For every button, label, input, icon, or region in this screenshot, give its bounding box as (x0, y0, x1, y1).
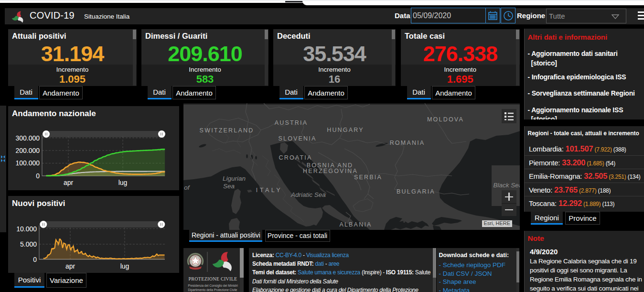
svg-text:of: of (184, 184, 190, 191)
svg-text:0: 0 (33, 256, 37, 263)
svg-text:ITALY: ITALY (256, 187, 282, 194)
svg-text:apr: apr (65, 262, 75, 270)
svg-text:200.000: 200.000 (15, 146, 40, 154)
svg-text:Adriatic Sea: Adriatic Sea (290, 191, 326, 198)
svg-text:5.000: 5.000 (20, 240, 37, 248)
svg-text:Black Sea: Black Sea (493, 182, 520, 189)
svg-text:0: 0 (36, 172, 40, 179)
svg-text:300.000: 300.000 (15, 134, 40, 141)
svg-text:AUSTRIA: AUSTRIA (274, 119, 308, 126)
svg-text:BULGARIA: BULGARIA (397, 188, 435, 195)
svg-text:MOLDOVA: MOLDOVA (427, 116, 464, 123)
svg-text:Ligurian: Ligurian (222, 175, 245, 182)
svg-text:10.000: 10.000 (16, 225, 37, 233)
svg-text:HUNGARY: HUNGARY (327, 127, 364, 133)
svg-text:apr: apr (64, 179, 74, 186)
svg-text:SLOVENIA: SLOVENIA (278, 135, 316, 142)
svg-text:lug: lug (120, 262, 129, 270)
svg-text:SWITZERLAND: SWITZERLAND (199, 127, 254, 134)
svg-text:SERBIA: SERBIA (354, 174, 382, 181)
svg-text:ALBANIA: ALBANIA (339, 221, 372, 228)
svg-text:HERZEGOVINA: HERZEGOVINA (302, 168, 357, 174)
svg-text:CROATIA: CROATIA (279, 154, 312, 161)
svg-text:100.000: 100.000 (15, 159, 40, 167)
svg-text:Sea: Sea (223, 183, 235, 190)
svg-text:lug: lug (118, 179, 128, 186)
svg-text:ROMANIA: ROMANIA (389, 140, 425, 146)
